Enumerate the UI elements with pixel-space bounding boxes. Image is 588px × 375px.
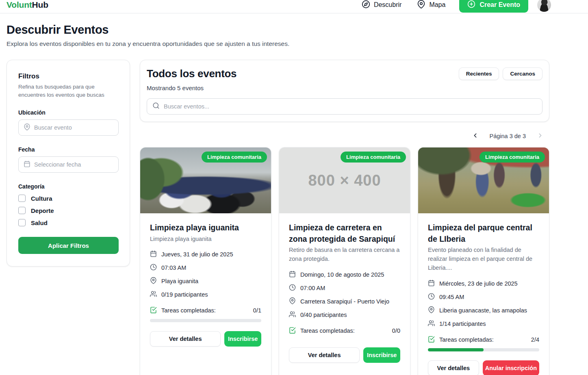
pagination: Página 3 de 3 [140,132,549,140]
create-event-button[interactable]: Crear Evento [459,0,528,13]
brand-logo[interactable]: VoluntHub [7,0,48,10]
search-events-input[interactable] [164,103,537,110]
event-image-beach-cleanup: Limpieza comunitaria [140,147,271,213]
check-square-icon [289,327,296,335]
cancel-enrollment-button[interactable]: Anular inscripción [483,360,539,375]
top-navbar: VoluntHub Descubrir Mapa Crear Evento [0,0,588,13]
event-image-placeholder: 800 × 400 Limpieza comunitaria [279,147,410,213]
clock-icon [428,293,435,301]
clock-icon [150,264,157,272]
category-badge: Limpieza comunitaria [480,152,545,163]
tasks-value: 2/4 [531,336,539,343]
event-participants: 0/19 participantes [161,291,208,298]
event-date-row: Jueves, 31 de julio de 2025 [150,250,261,258]
pagination-label: Página 3 de 3 [490,133,526,139]
view-details-button[interactable]: Ver detalles [428,360,479,375]
view-details-button[interactable]: Ver detalles [289,347,360,363]
map-pin-icon [417,0,425,10]
event-time: 07:03 AM [161,264,186,271]
map-pin-icon [150,277,157,285]
event-participants-row: 0/19 participantes [150,290,261,299]
event-location: Liberia guanacaste, las amapolas [439,307,527,314]
view-details-button[interactable]: Ver detalles [150,331,221,347]
page-subtitle: Explora los eventos disponibles en tu zo… [7,40,549,48]
calendar-icon [428,280,435,288]
tasks-value: 0/1 [253,307,261,314]
event-title: Limpieza del parque central de LIberia [428,222,539,245]
category-option-deporte[interactable]: Deporte [18,207,119,214]
pagination-prev-button[interactable] [472,132,479,140]
map-pin-icon [24,124,30,132]
tasks-row: Tareas completadas: 2/4 [428,336,539,344]
pagination-next-button[interactable] [537,132,544,140]
user-avatar[interactable] [537,0,551,12]
category-label: Salud [31,219,48,226]
event-title: Limpieza de carretera en zona protegida … [289,222,400,245]
location-filter-input[interactable] [34,124,113,131]
event-card: 800 × 400 Limpieza comunitaria Limpieza … [279,147,410,375]
checkbox-cultura[interactable] [18,195,26,202]
event-date-row: Domingo, 10 de agosto de 2025 [289,271,400,279]
event-location-row: Playa iguanita [150,277,261,285]
events-panel-title: Todos los eventos [147,67,237,80]
nav-links: Descubrir Mapa [362,0,446,10]
image-placeholder-text: 800 × 400 [308,172,381,189]
date-filter-label: Fecha [18,146,119,153]
sort-cercanos-button[interactable]: Cercanos [503,67,542,80]
nav-item-label: Mapa [429,1,445,9]
event-location-row: Liberia guanacaste, las amapolas [428,306,539,314]
date-input-box [18,156,119,173]
event-date-row: Miércoles, 23 de julio de 2025 [428,280,539,288]
brand-logo-part1: Volunt [7,0,32,9]
event-date: Domingo, 10 de agosto de 2025 [300,271,384,278]
plus-circle-icon [467,0,475,10]
event-time: 09:45 AM [439,294,464,300]
chevron-left-icon [472,132,479,140]
map-pin-icon [428,306,435,314]
category-option-salud[interactable]: Salud [18,219,119,226]
clock-icon [289,284,296,292]
event-time: 07:00 AM [300,285,325,291]
sort-buttons: Recientes Cercanos [459,67,542,80]
tasks-row: Tareas completadas: 0/1 [150,306,261,314]
event-location-row: Carretera Sarapiquí - Puerto Viejo [289,297,400,306]
brand-logo-part2: Hub [32,0,48,9]
event-time-row: 09:45 AM [428,293,539,301]
tasks-row: Tareas completadas: 0/0 [289,327,400,335]
event-description: Retiro de basura en la carretera cercana… [289,246,400,264]
checkbox-salud[interactable] [18,219,26,226]
page-title: Descubrir Eventos [7,23,549,37]
calendar-icon [24,160,30,169]
category-filter-label: Categoría [18,183,119,190]
checkbox-deporte[interactable] [18,207,26,214]
category-badge: Limpieza comunitaria [202,152,267,163]
compass-icon [362,0,370,10]
event-location: Carretera Sarapiquí - Puerto Viejo [300,298,389,305]
filters-description: Refina tus busquedas para que encuentres… [18,83,119,99]
events-panel: Todos los eventos Recientes Cercanos Mos… [140,60,549,122]
chevron-right-icon [537,132,544,140]
apply-filters-button[interactable]: Aplicar Filtros [18,237,119,254]
nav-item-descubrir[interactable]: Descubrir [362,0,401,10]
date-filter-input[interactable] [34,161,113,168]
create-event-label: Crear Evento [480,1,520,9]
event-card: Limpieza comunitaria Limpieza playa igua… [140,147,271,375]
event-participants: 0/40 participantes [300,312,347,318]
enroll-button[interactable]: Inscribirse [363,347,400,363]
filters-title: Filtros [18,72,119,80]
event-title: Limpieza playa iguanita [150,222,261,234]
event-card: Limpieza comunitaria Limpieza del parque… [418,147,549,375]
event-cards-grid: Limpieza comunitaria Limpieza playa igua… [140,147,549,375]
events-count: Mostrando 5 eventos [147,85,542,91]
enroll-button[interactable]: Inscribirse [224,331,261,347]
nav-item-mapa[interactable]: Mapa [417,0,445,10]
event-time-row: 07:00 AM [289,284,400,292]
category-option-cultura[interactable]: Cultura [18,195,119,202]
category-label: Deporte [31,207,54,214]
calendar-icon [289,271,296,279]
check-square-icon [428,336,435,344]
users-icon [428,320,435,328]
location-filter-label: Ubicación [18,109,119,116]
event-participants-row: 1/14 participantes [428,320,539,328]
sort-recientes-button[interactable]: Recientes [459,67,499,80]
